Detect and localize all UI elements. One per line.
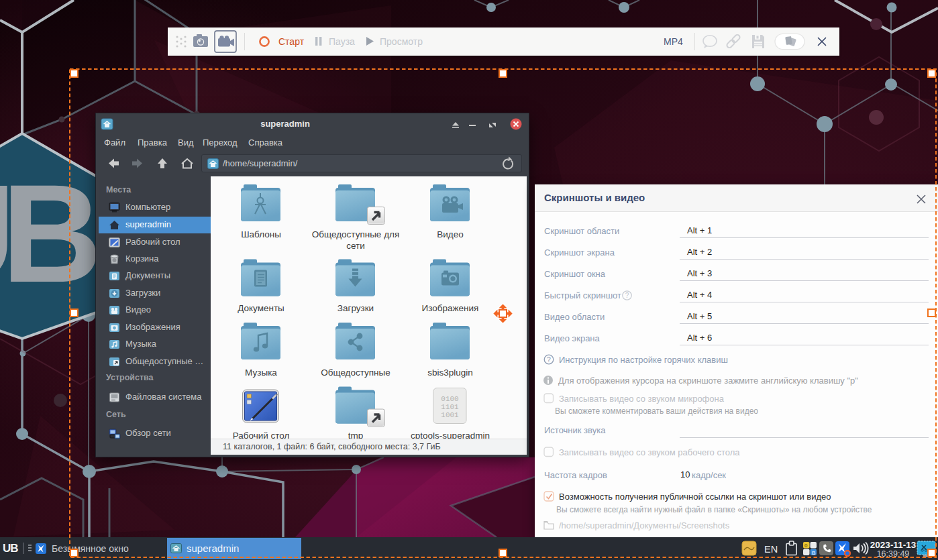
svg-text:Старт: Старт bbox=[278, 36, 305, 47]
svg-text:?: ? bbox=[547, 355, 551, 363]
svg-text:UB: UB bbox=[0, 156, 96, 311]
svg-text:EN: EN bbox=[764, 544, 778, 555]
svg-text:2023-11-13: 2023-11-13 bbox=[870, 540, 917, 550]
svg-text:16:39:49: 16:39:49 bbox=[877, 549, 910, 559]
svg-text:MP4: MP4 bbox=[664, 36, 683, 47]
svg-text:1001: 1001 bbox=[441, 411, 459, 419]
svg-text:B: B bbox=[812, 550, 815, 556]
svg-text:1101: 1101 bbox=[441, 403, 459, 411]
svg-text:?: ? bbox=[625, 292, 629, 299]
svg-text:Просмотр: Просмотр bbox=[380, 36, 423, 47]
svg-text:0: 0 bbox=[804, 543, 808, 549]
svg-text:Пауза: Пауза bbox=[329, 36, 355, 47]
svg-text:0100: 0100 bbox=[441, 395, 458, 403]
